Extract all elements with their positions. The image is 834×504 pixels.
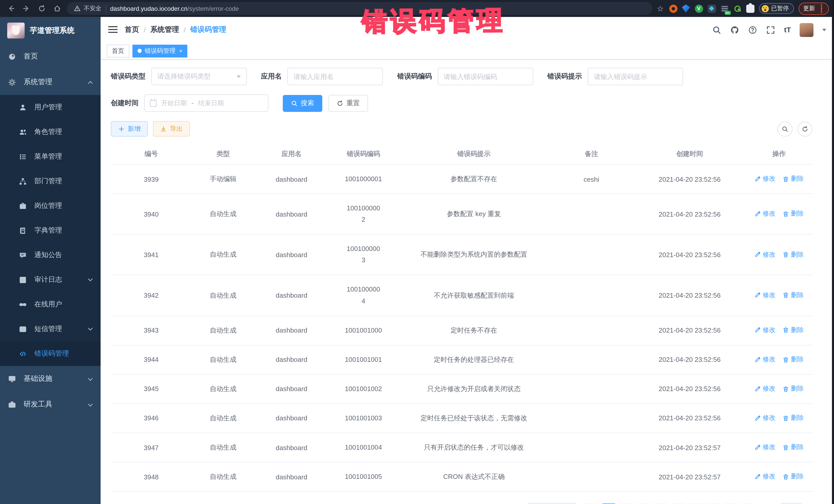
cell-app: dashboard [255, 374, 328, 404]
sidebar-item-badge[interactable]: 岗位管理 [0, 194, 101, 218]
edit-link[interactable]: 修改 [754, 443, 775, 452]
breadcrumb-item[interactable]: 首页 [125, 25, 139, 35]
avatar-caret-icon[interactable] [822, 28, 826, 31]
tab-item[interactable]: 首页 [107, 44, 129, 57]
sidebar-item-user[interactable]: 用户管理 [0, 95, 101, 119]
edit-link[interactable]: 修改 [754, 355, 775, 364]
font-size-icon[interactable]: tT [784, 26, 791, 34]
edit-link[interactable]: 修改 [754, 210, 775, 218]
refresh-table-button[interactable] [797, 122, 812, 136]
search-icon[interactable] [712, 25, 722, 35]
close-icon[interactable]: × [179, 48, 182, 53]
reset-button[interactable]: 重置 [328, 95, 368, 112]
edit-link[interactable]: 修改 [754, 250, 775, 259]
bookmark-star-icon[interactable]: ☆ [656, 4, 664, 13]
export-button[interactable]: 导出 [153, 121, 190, 136]
delete-link[interactable]: 删除 [783, 291, 804, 300]
sidebar-item-code[interactable]: 错误码管理 [0, 341, 101, 366]
breadcrumb-item[interactable]: 系统管理 [150, 25, 179, 35]
goto-page-input[interactable] [781, 503, 802, 504]
sidebar-item-infrastructure[interactable]: 基础设施 [0, 366, 101, 392]
profile-paused-chip[interactable]: 已暂停 [759, 3, 794, 14]
sidebar-item-online-user[interactable]: 在线用户 [0, 292, 101, 317]
edit-link[interactable]: 修改 [754, 414, 775, 422]
not-secure-warning[interactable]: 不安全 [74, 5, 101, 12]
browser-update-button[interactable]: 更新 ⋮⋮ [798, 2, 829, 15]
delete-link[interactable]: 删除 [783, 250, 804, 259]
pencil-icon [754, 176, 761, 182]
delete-link[interactable]: 删除 [783, 473, 804, 481]
cell-remark [549, 462, 634, 491]
cell-code: 1001001002 [328, 374, 398, 404]
pencil-icon [754, 251, 761, 258]
delete-link[interactable]: 删除 [783, 355, 804, 364]
cell-code: 1001000001 [328, 165, 398, 194]
paused-label: 已暂停 [771, 5, 789, 12]
org-tree-icon [19, 177, 27, 185]
filter-row-1: 错误码类型 请选择错误码类型 应用名 错误码编码 [111, 68, 812, 85]
cell-remark [549, 235, 634, 275]
sidebar-item-devtools[interactable]: 研发工具 [0, 392, 101, 417]
extensions-puzzle-icon[interactable] [746, 4, 754, 13]
page-size-select[interactable]: 10条/页 [527, 503, 577, 504]
edit-link[interactable]: 修改 [754, 385, 775, 393]
browser-menu-icon[interactable]: ⋮⋮ [819, 4, 824, 13]
extension-icon-key[interactable] [733, 4, 741, 13]
browser-back-icon[interactable] [5, 3, 17, 14]
error-hint-input[interactable] [594, 73, 677, 80]
sidebar-item-org-tree[interactable]: 部门管理 [0, 169, 101, 194]
browser-reload-icon[interactable] [36, 3, 47, 14]
browser-forward-icon[interactable] [21, 3, 32, 14]
address-separator [106, 5, 106, 12]
extension-icon-tabs[interactable]: on [720, 4, 728, 13]
sidebar-item-users[interactable]: 角色管理 [0, 119, 101, 144]
browser-home-icon[interactable] [51, 3, 63, 14]
gear-icon [8, 78, 16, 86]
delete-link[interactable]: 删除 [783, 385, 804, 393]
sidebar-item-gear[interactable]: 系统管理 [0, 69, 101, 95]
filter-type-label: 错误码类型 [111, 72, 146, 81]
help-icon[interactable] [748, 25, 758, 35]
edit-link[interactable]: 修改 [754, 175, 775, 183]
error-code-input[interactable] [444, 73, 527, 80]
search-button[interactable]: 搜索 [283, 95, 322, 112]
sidebar-toggle-icon[interactable] [108, 26, 117, 34]
cell-app: dashboard [255, 462, 328, 491]
pencil-icon [754, 474, 761, 480]
pagination: 共 76 条 10条/页 ‹ 123456•••8 › 前往 页 [111, 503, 812, 504]
delete-link[interactable]: 删除 [783, 175, 804, 183]
delete-link[interactable]: 删除 [783, 326, 804, 335]
tab-active[interactable]: 错误码管理× [132, 44, 188, 57]
delete-link[interactable]: 删除 [783, 414, 804, 422]
sidebar-item-dashboard[interactable]: 首页 [0, 44, 101, 69]
sidebar-item-audit-log[interactable]: 审计日志 [0, 267, 101, 292]
sidebar-item-dictionary[interactable]: 字典管理 [0, 218, 101, 243]
toggle-search-button[interactable] [777, 122, 792, 136]
edit-link[interactable]: 修改 [754, 326, 775, 335]
extension-icon-green[interactable]: V [695, 4, 703, 13]
edit-link[interactable]: 修改 [754, 291, 775, 300]
created-date-range-picker[interactable]: 开始日期 - 结束日期 [144, 94, 268, 112]
user-icon [19, 104, 27, 111]
chevron-down-icon [87, 277, 93, 283]
error-code-type-select[interactable]: 请选择错误码类型 [151, 68, 247, 85]
app-name-input[interactable] [293, 73, 377, 80]
github-icon[interactable] [730, 25, 740, 35]
delete-link[interactable]: 删除 [783, 443, 804, 452]
edit-link[interactable]: 修改 [754, 473, 775, 481]
add-button[interactable]: 新增 [111, 121, 148, 136]
cell-remark [549, 316, 634, 345]
app-logo[interactable]: 芋道管理系统 [0, 17, 101, 44]
sidebar-item-announcement[interactable]: 通知公告 [0, 243, 101, 267]
delete-link[interactable]: 删除 [783, 210, 804, 218]
sidebar-item-sms[interactable]: 短信管理 [0, 317, 101, 341]
extension-icon-diamond[interactable] [707, 4, 716, 13]
sidebar-item-menu-list[interactable]: 菜单管理 [0, 144, 101, 169]
fullscreen-icon[interactable] [766, 25, 775, 35]
extension-icon-gem[interactable] [682, 4, 690, 13]
extension-icon-orange[interactable] [669, 4, 677, 13]
screenshot-stage: 不安全 dashboard.yudao.iocoder.cn/system/er… [0, 0, 834, 504]
filter-app-label: 应用名 [261, 72, 282, 81]
user-avatar[interactable] [799, 23, 813, 37]
address-bar[interactable]: 不安全 dashboard.yudao.iocoder.cn/system/er… [67, 2, 652, 15]
